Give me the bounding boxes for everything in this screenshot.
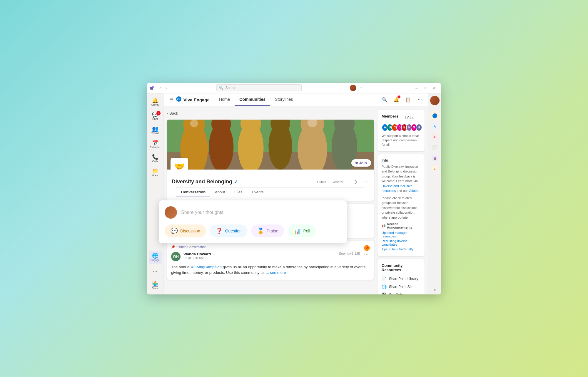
left-sidebar: 🔔 Activity 1 💬 Chat 👥 Teams 📅 Calendar 📞… bbox=[147, 93, 163, 294]
sidebar-item-calls[interactable]: 📞 Calls bbox=[149, 152, 162, 165]
values-link[interactable]: Values. bbox=[409, 189, 419, 192]
search-text: Search bbox=[225, 86, 236, 90]
sidebar-item-teams[interactable]: 👥 Teams bbox=[149, 124, 162, 137]
members-count: 1,044 bbox=[404, 115, 414, 120]
tab-conversation[interactable]: Conversation bbox=[176, 187, 210, 197]
floating-praise-button[interactable]: 🏅 Praise bbox=[251, 224, 284, 237]
nav-link-storylines[interactable]: Storylines bbox=[270, 93, 298, 106]
sidebar-label-engage: Engage bbox=[151, 259, 160, 262]
members-description: We support a simple idea: respect and co… bbox=[382, 134, 420, 147]
user-avatar[interactable] bbox=[350, 85, 356, 91]
announcement-link-2[interactable]: Recruiting diverse candidates bbox=[382, 239, 420, 246]
svg-text:VE: VE bbox=[177, 98, 181, 101]
activity-feed-button[interactable]: 📋 bbox=[403, 95, 413, 104]
nav-link-home[interactable]: Home bbox=[214, 93, 235, 106]
floating-question-icon: ❓ bbox=[216, 227, 223, 234]
floating-praise-icon: 🏅 bbox=[257, 227, 264, 234]
sidebar-item-engage[interactable]: 🌐 Engage bbox=[149, 251, 162, 264]
resource-sharepoint-site[interactable]: 🌐 SharePoint Site bbox=[382, 283, 420, 291]
chrome-app-6[interactable]: ★ bbox=[430, 164, 440, 173]
sidebar-item-files[interactable]: 📁 Files bbox=[149, 166, 162, 179]
nav-link-communities[interactable]: Communities bbox=[235, 93, 270, 106]
activity-icon: 🔔 bbox=[152, 98, 158, 103]
floating-poll-icon: 📊 bbox=[293, 227, 301, 234]
share-button[interactable]: ⬡ bbox=[351, 178, 359, 186]
calendar-icon: 📅 bbox=[152, 140, 158, 145]
announcements-title: 📢 Recent Announcements bbox=[382, 222, 420, 229]
sidebar-item-more[interactable]: ··· bbox=[149, 265, 162, 278]
more-options[interactable]: ··· bbox=[359, 85, 365, 91]
floating-discussion-button[interactable]: 💬 Discussion bbox=[165, 224, 206, 237]
floating-question-label: Question bbox=[225, 229, 242, 233]
post-meta: Wanda Howard Fri at 8:38 AM bbox=[183, 252, 336, 260]
post-content: The annual #GivingCampaign gives us all … bbox=[171, 264, 370, 276]
chrome-app-4[interactable]: 📋 bbox=[430, 143, 440, 152]
resource-onenote[interactable]: 📓 OneNote bbox=[382, 291, 420, 294]
floating-question-button[interactable]: ❓ Question bbox=[210, 224, 248, 237]
community-info: Diversity and Belonging ✓ Public · Gener… bbox=[167, 170, 374, 201]
back-button[interactable]: ‹ Back bbox=[167, 110, 178, 117]
giving-campaign-link[interactable]: #GivingCampaign bbox=[191, 265, 222, 269]
info-body-text: Public Diversity, Inclusion and Belongin… bbox=[382, 165, 418, 183]
join-label: Join bbox=[359, 161, 367, 165]
minimize-button[interactable]: ─ bbox=[413, 84, 421, 91]
sidebar-label-activity: Activity bbox=[151, 104, 159, 106]
pinned-label: 📌 Pinned Conversation bbox=[171, 245, 370, 249]
calls-icon: 📞 bbox=[152, 154, 158, 160]
chrome-app-1[interactable] bbox=[430, 111, 440, 120]
chrome-app-3[interactable]: ♥ bbox=[430, 132, 440, 142]
sidebar-item-calendar[interactable]: 📅 Calendar bbox=[149, 138, 162, 151]
sidebar-item-store[interactable]: 🏪 Store bbox=[149, 279, 162, 292]
sharepoint-site-icon: 🌐 bbox=[382, 284, 387, 289]
join-button[interactable]: Join bbox=[351, 159, 371, 167]
community-category: General bbox=[332, 180, 343, 184]
chat-badge: 1 bbox=[156, 111, 161, 115]
sidebar-label-calendar: Calendar bbox=[150, 146, 161, 149]
back-nav-button[interactable]: ‹ bbox=[158, 85, 163, 91]
back-chevron-icon: ‹ bbox=[167, 111, 168, 115]
right-panel: Members · 1,044 A B C D E F bbox=[377, 110, 425, 294]
community-more-button[interactable]: ⋯ bbox=[361, 178, 369, 186]
notifications-button[interactable]: 🔔 1 bbox=[392, 95, 401, 104]
close-button[interactable]: ✕ bbox=[430, 84, 439, 91]
announcement-link-1[interactable]: Updated manager resources bbox=[382, 231, 420, 238]
more-nav-button[interactable]: ··· bbox=[415, 95, 425, 104]
onenote-icon: 📓 bbox=[382, 292, 387, 294]
announcement-link-3[interactable]: Tips to be a better ally bbox=[382, 247, 420, 251]
post-text-before: The annual bbox=[171, 265, 190, 269]
member-avatars: A B C D E F G H bbox=[382, 124, 420, 131]
floating-poll-button[interactable]: 📊 Poll bbox=[288, 224, 316, 237]
svg-rect-1 bbox=[152, 86, 154, 88]
app-layout: 🔔 Activity 1 💬 Chat 👥 Teams 📅 Calendar 📞… bbox=[147, 93, 441, 294]
forward-nav-button[interactable]: › bbox=[164, 85, 169, 91]
svg-point-20 bbox=[432, 113, 437, 118]
maximize-button[interactable]: □ bbox=[422, 84, 430, 91]
tab-events[interactable]: Events bbox=[247, 187, 268, 197]
search-bar[interactable]: 🔍 Search bbox=[216, 84, 302, 91]
floating-composer-buttons: 💬 Discussion ❓ Question 🏅 Praise 📊 Poll bbox=[165, 224, 341, 237]
search-action-button[interactable]: 🔍 bbox=[380, 95, 389, 104]
back-label: Back bbox=[169, 111, 178, 115]
svg-text:A: A bbox=[434, 125, 436, 128]
tab-files[interactable]: Files bbox=[230, 187, 247, 197]
info-card: Info Public Diversity, Inclusion and Bel… bbox=[377, 154, 425, 257]
files-icon: 📁 bbox=[152, 168, 158, 174]
collapse-sidebar-button[interactable]: « bbox=[434, 288, 436, 292]
svg-text:🔮: 🔮 bbox=[433, 157, 437, 160]
resource-sharepoint-library[interactable]: 📄 SharePoint Library bbox=[382, 275, 420, 283]
tab-about[interactable]: About bbox=[210, 187, 230, 197]
floating-placeholder[interactable]: Share your thoughts bbox=[181, 210, 223, 215]
see-more-link[interactable]: ... see more bbox=[266, 270, 286, 275]
resources-title: Community Resources bbox=[382, 263, 420, 272]
community-meta: Public · General ⋮ bbox=[317, 180, 349, 184]
chrome-user-avatar[interactable] bbox=[430, 96, 440, 105]
chrome-app-2[interactable]: A bbox=[430, 122, 440, 131]
post-more-button[interactable]: ⋯ bbox=[363, 252, 370, 257]
more-apps-icon: ··· bbox=[153, 269, 157, 274]
join-dot bbox=[355, 162, 358, 164]
chrome-app-5[interactable]: 🔮 bbox=[430, 153, 440, 163]
community-tabs: Conversation About Files Events bbox=[176, 187, 365, 197]
hamburger-button[interactable]: ☰ bbox=[167, 96, 176, 104]
sidebar-item-chat[interactable]: 1 💬 Chat bbox=[149, 110, 162, 123]
sidebar-item-activity[interactable]: 🔔 Activity bbox=[149, 96, 162, 109]
